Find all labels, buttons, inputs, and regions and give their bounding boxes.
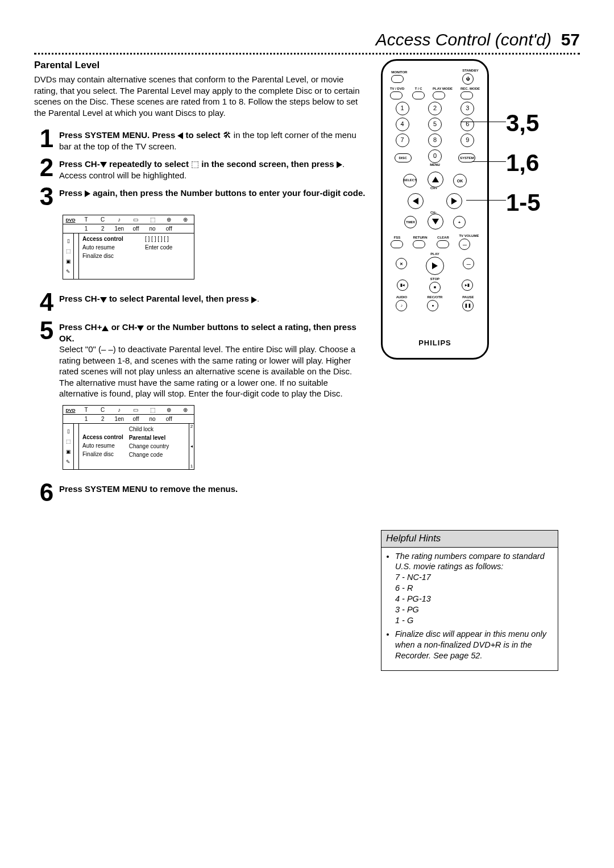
disc-features-icon: ⬚: [191, 159, 199, 169]
hints-title: Helpful Hints: [381, 531, 558, 547]
osd-figure-parental-level: DVD TC♪▭⬚⊕⊕ 121enoffnooff ▯ ⬚ ▣ ✎: [63, 405, 194, 470]
down-arrow-icon: [137, 326, 144, 331]
standby-button: ⏻: [462, 73, 474, 85]
ok-button: OK: [453, 174, 467, 187]
num-3-button: 3: [460, 102, 474, 115]
features-icon: ⬚: [66, 439, 71, 445]
annotation-35: 3,5: [506, 108, 539, 139]
disc-button: DISC: [395, 153, 412, 162]
step-3: 3 Press again, then press the Number but…: [34, 184, 367, 209]
section-heading: Parental Level: [34, 59, 367, 72]
right-arrow-icon: [85, 190, 90, 197]
step-6: 6 Press SYSTEM MENU to remove the menus.: [34, 480, 367, 505]
right-arrow-icon: [337, 161, 342, 168]
right-arrow-icon: [251, 297, 257, 303]
screen-icon: ▣: [66, 449, 71, 456]
remote-icon: ▯: [67, 238, 70, 245]
intro-paragraph: DVDs may contain alternative scenes that…: [34, 74, 367, 118]
step-1: 1 Press SYSTEM MENU. Press to select 🛠 i…: [34, 126, 367, 152]
num-8-button: 8: [428, 133, 442, 147]
tc-button: [412, 91, 425, 99]
features-icon: ⬚: [66, 248, 71, 255]
shuffle-button: ✕: [396, 258, 407, 269]
tv-volume-button: —: [459, 239, 470, 250]
nav-left-button: [408, 193, 424, 209]
ch-down-button: [428, 214, 443, 229]
header-rule: [34, 53, 580, 55]
step-number: 4: [34, 290, 59, 315]
rec-button: ●: [427, 300, 438, 311]
osd-item: Finalize disc: [79, 450, 127, 458]
ch-up-button: [428, 172, 443, 187]
play-button: [426, 257, 444, 275]
prev-button: ▮◂: [397, 279, 408, 291]
step-number: 6: [34, 480, 59, 505]
osd-scrollbar: 2 ◂ 1: [189, 424, 194, 469]
osd-item: Finalize disc: [79, 252, 143, 260]
osd-figure-enter-code: DVD TC♪▭⬚⊕⊕ 121enoffnooff ▯ ⬚ ▣ ✎ Access…: [63, 215, 194, 279]
vol-down-button: —: [463, 258, 474, 269]
timer-button: TIMER: [404, 216, 417, 228]
select-button: SELECT: [403, 174, 417, 187]
page-title: Access Control (cont'd) 57: [34, 28, 580, 51]
fss-button: [391, 240, 403, 248]
num-4-button: 4: [396, 118, 409, 131]
clear-button: [437, 240, 449, 248]
pause-button: ❚❚: [462, 300, 474, 311]
osd-item: Access control: [79, 433, 127, 441]
osd-enter-code: Enter code: [143, 243, 194, 252]
annotation-16: 1,6: [506, 148, 539, 179]
step-number: 5: [34, 318, 59, 343]
plus-button: +: [453, 216, 466, 228]
brand-logo: PHILIPS: [386, 339, 484, 348]
num-9-button: 9: [460, 133, 474, 147]
nav-right-button: [446, 193, 462, 209]
remote-icon: ▯: [67, 428, 70, 435]
helpful-hints-box: Helpful Hints The rating numbers compare…: [381, 530, 558, 671]
num-5-button: 5: [428, 118, 442, 131]
down-arrow-icon: [100, 162, 107, 168]
tv-dvd-button: [390, 91, 403, 99]
num-0-button: 0: [428, 149, 442, 163]
osd-side-icons: ▯ ⬚ ▣ ✎: [63, 424, 74, 469]
num-1-button: 1: [396, 102, 409, 115]
num-6-button: 6: [460, 118, 474, 131]
step-number: 1: [34, 126, 59, 151]
osd-item: Auto resume: [79, 441, 127, 450]
recmode-button: [460, 91, 473, 99]
wrench-icon: ✎: [66, 269, 70, 276]
step-5-body: Select "0" (– –) to deactivate Parental …: [59, 344, 355, 398]
step-number: 2: [34, 155, 59, 180]
osd-item: Change country: [127, 442, 189, 450]
osd-item: Child lock: [127, 425, 189, 433]
osd-side-icons: ▯ ⬚ ▣ ✎: [63, 233, 74, 279]
audio-button: ♪: [396, 300, 407, 311]
hint-item: The rating numbers compare to standard U…: [395, 551, 552, 626]
page-number: 57: [561, 30, 580, 49]
annotation-15: 1-5: [506, 187, 541, 219]
remote-diagram: MONITOR STANDBY ⏻ TV / DVD T / C PLAY MO…: [381, 59, 489, 360]
playmode-button: [433, 91, 445, 99]
title-text: Access Control (cont'd): [376, 30, 551, 49]
monitor-button: [391, 75, 404, 83]
up-arrow-icon: [102, 326, 109, 331]
wrench-icon: ✎: [66, 459, 70, 466]
step-4: 4 Press CH- to select Parental level, th…: [34, 290, 367, 315]
screen-icon: ▣: [66, 258, 71, 265]
num-2-button: 2: [428, 102, 442, 115]
left-arrow-icon: [177, 132, 183, 139]
osd-slots: [ ] [ ] [ ] [ ]: [143, 235, 194, 243]
osd-item: Change code: [127, 450, 189, 459]
osd-item: Parental level: [127, 433, 189, 442]
step-2: 2 Press CH- repeatedly to select ⬚ in th…: [34, 155, 367, 181]
down-arrow-icon: [100, 297, 107, 303]
osd-item: Access control: [79, 235, 143, 243]
step-number: 3: [34, 184, 59, 209]
osd-item: Auto resume: [79, 243, 143, 252]
return-button: [413, 240, 425, 248]
hint-item: Finalize disc will appear in this menu o…: [395, 629, 552, 661]
stop-button: ■: [429, 282, 441, 293]
num-7-button: 7: [396, 133, 409, 147]
next-button: ▸▮: [462, 279, 473, 291]
wrench-icon: 🛠: [223, 130, 231, 140]
